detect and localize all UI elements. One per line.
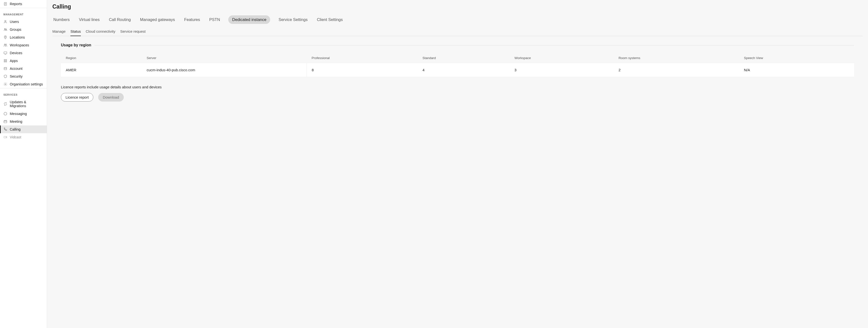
col-workspace: Workspace xyxy=(509,53,614,63)
svg-rect-14 xyxy=(4,61,5,62)
subtab-cloud-connectivity[interactable]: Cloud connectivity xyxy=(86,29,116,36)
tab-service-settings[interactable]: Service Settings xyxy=(277,16,308,24)
sidebar-item-workspaces[interactable]: Workspaces xyxy=(0,41,47,49)
account-icon xyxy=(3,66,7,71)
sidebar-item-label: Updates & Migrations xyxy=(10,100,43,108)
col-professional: Professional xyxy=(307,53,417,63)
sidebar-item-label: Security xyxy=(10,75,23,78)
col-room-systems: Room systems xyxy=(614,53,739,63)
table-header-row: Region Server Professional Standard Work… xyxy=(61,53,854,63)
svg-rect-24 xyxy=(4,136,6,138)
section-title: Usage by region xyxy=(61,43,91,47)
svg-point-5 xyxy=(4,29,5,30)
tab-pstn[interactable]: PSTN xyxy=(208,16,221,24)
cell-speech-view: N/A xyxy=(739,63,854,77)
subtab-service-request[interactable]: Service request xyxy=(120,29,146,36)
licence-buttons: Licence report Download xyxy=(61,93,854,102)
svg-point-9 xyxy=(6,44,7,45)
sidebar-item-label: Calling xyxy=(10,128,21,131)
usage-table-wrap: Region Server Professional Standard Work… xyxy=(61,53,854,77)
workspaces-icon xyxy=(3,43,7,47)
sub-tabs: Manage Status Cloud connectivity Service… xyxy=(52,29,863,36)
svg-point-7 xyxy=(5,36,6,37)
user-icon xyxy=(3,20,7,24)
video-icon xyxy=(3,135,7,139)
cell-room-systems: 2 xyxy=(614,63,739,77)
section-header-usage: Usage by region xyxy=(61,43,854,47)
phone-icon xyxy=(3,128,7,131)
sidebar-item-account[interactable]: Account xyxy=(0,65,47,73)
gear-icon xyxy=(3,82,7,86)
tab-virtual-lines[interactable]: Virtual lines xyxy=(78,16,101,24)
message-icon xyxy=(3,112,7,116)
report-icon xyxy=(3,2,7,6)
sidebar-item-locations[interactable]: Locations xyxy=(0,33,47,41)
apps-icon xyxy=(3,59,7,63)
svg-rect-20 xyxy=(4,120,7,123)
sidebar-item-users[interactable]: Users xyxy=(0,18,47,26)
tab-numbers[interactable]: Numbers xyxy=(52,16,71,24)
tab-client-settings[interactable]: Client Settings xyxy=(316,16,344,24)
subtab-manage[interactable]: Manage xyxy=(52,29,65,36)
sidebar-item-devices[interactable]: Devices xyxy=(0,49,47,57)
svg-rect-15 xyxy=(6,61,7,62)
sidebar-item-calling[interactable]: Calling xyxy=(0,126,47,133)
svg-point-8 xyxy=(4,44,5,45)
svg-point-4 xyxy=(5,21,6,22)
sidebar-item-label: Groups xyxy=(10,28,22,31)
col-standard: Standard xyxy=(417,53,509,63)
tab-call-routing[interactable]: Call Routing xyxy=(108,16,132,24)
sidebar-item-label: Vidcast xyxy=(10,135,21,139)
page-title: Calling xyxy=(52,3,863,10)
sidebar-item-reports[interactable]: Reports xyxy=(0,0,47,8)
sidebar-item-label: Users xyxy=(10,20,19,24)
sidebar-item-label: Reports xyxy=(10,2,22,6)
tab-dedicated-instance[interactable]: Dedicated instance xyxy=(228,16,270,24)
sidebar-item-label: Account xyxy=(10,66,23,71)
sidebar-item-label: Workspaces xyxy=(10,43,29,47)
col-server: Server xyxy=(142,53,307,63)
sidebar: Reports MANAGEMENT Users Groups Location… xyxy=(0,0,47,328)
cell-region: AMER xyxy=(61,63,142,77)
shield-icon xyxy=(3,75,7,78)
sidebar-item-label: Devices xyxy=(10,51,23,55)
sidebar-section-management: MANAGEMENT xyxy=(0,8,47,18)
location-icon xyxy=(3,35,7,39)
sidebar-item-updates-migrations[interactable]: Updates & Migrations xyxy=(0,98,47,110)
cell-standard: 4 xyxy=(417,63,509,77)
sidebar-item-organisation-settings[interactable]: Organisation settings xyxy=(0,80,47,88)
cell-workspace: 3 xyxy=(509,63,614,77)
main-content: Calling Numbers Virtual lines Call Routi… xyxy=(47,0,868,328)
col-region: Region xyxy=(61,53,142,63)
devices-icon xyxy=(3,51,7,55)
sidebar-item-label: Locations xyxy=(10,35,25,39)
sidebar-item-apps[interactable]: Apps xyxy=(0,57,47,65)
col-speech-view: Speech View xyxy=(739,53,854,63)
sidebar-item-label: Meeting xyxy=(10,119,23,124)
licence-report-button[interactable]: Licence report xyxy=(61,93,93,102)
sidebar-item-messaging[interactable]: Messaging xyxy=(0,110,47,118)
table-row: AMER cucm-indus-40-pub.cisco.com 8 4 3 2… xyxy=(61,63,854,77)
download-button[interactable]: Download xyxy=(98,93,124,102)
sidebar-section-services: SERVICES xyxy=(0,88,47,98)
sidebar-item-meeting[interactable]: Meeting xyxy=(0,118,47,126)
sidebar-item-security[interactable]: Security xyxy=(0,73,47,80)
refresh-icon xyxy=(3,102,7,106)
meeting-icon xyxy=(3,119,7,124)
usage-table: Region Server Professional Standard Work… xyxy=(61,53,854,77)
tab-features[interactable]: Features xyxy=(183,16,201,24)
top-tabs: Numbers Virtual lines Call Routing Manag… xyxy=(52,16,863,24)
svg-rect-12 xyxy=(4,59,5,60)
subtab-status[interactable]: Status xyxy=(70,29,81,36)
svg-point-6 xyxy=(6,29,7,30)
cell-professional: 8 xyxy=(307,63,417,77)
cell-server: cucm-indus-40-pub.cisco.com xyxy=(142,63,307,77)
sidebar-item-label: Apps xyxy=(10,59,18,63)
svg-rect-16 xyxy=(4,67,7,70)
svg-rect-10 xyxy=(4,52,7,54)
tab-managed-gateways[interactable]: Managed gateways xyxy=(139,16,176,24)
svg-rect-13 xyxy=(6,59,7,60)
svg-point-18 xyxy=(5,84,6,85)
sidebar-item-vidcast[interactable]: Vidcast xyxy=(0,133,47,141)
sidebar-item-groups[interactable]: Groups xyxy=(0,26,47,33)
